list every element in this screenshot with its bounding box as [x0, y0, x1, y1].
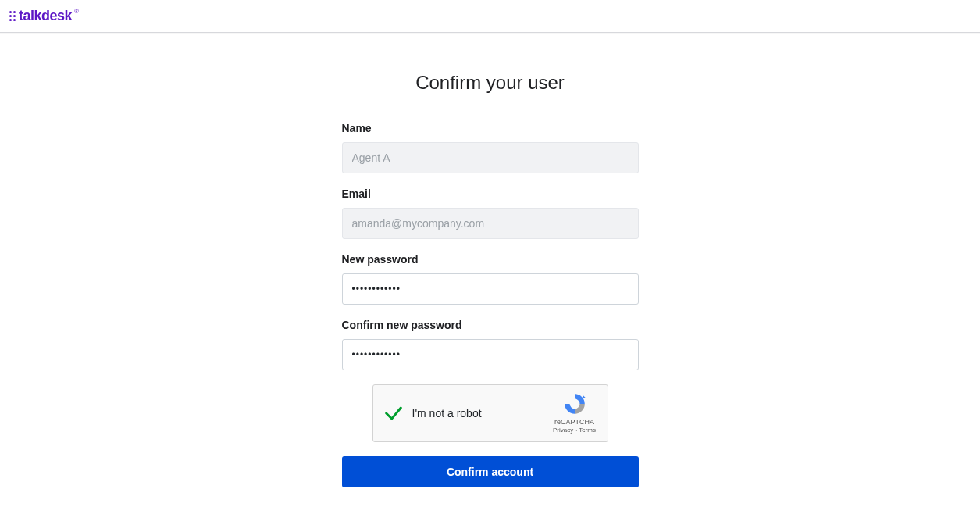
confirm-password-label: Confirm new password: [342, 319, 639, 331]
new-password-input[interactable]: [342, 273, 639, 305]
email-label: Email: [342, 187, 639, 200]
recaptcha-checkmark-icon: [383, 402, 404, 424]
name-label: Name: [342, 122, 639, 134]
email-input: [342, 208, 639, 239]
email-field-group: Email: [342, 187, 639, 239]
recaptcha-widget[interactable]: I'm not a robot reCAPTCHA Privacy - Term…: [372, 384, 608, 442]
recaptcha-label: I'm not a robot: [412, 407, 482, 420]
logo-dots-icon: [9, 11, 16, 21]
confirm-user-form: Name Email New password Confirm new pass…: [342, 122, 639, 487]
app-header: talkdesk ®: [0, 0, 980, 33]
new-password-field-group: New password: [342, 253, 639, 305]
new-password-label: New password: [342, 253, 639, 266]
talkdesk-logo: talkdesk ®: [9, 8, 79, 24]
name-field-group: Name: [342, 122, 639, 173]
page-title: Confirm your user: [415, 72, 565, 94]
confirm-account-button[interactable]: Confirm account: [342, 456, 639, 487]
confirm-password-field-group: Confirm new password: [342, 319, 639, 370]
main-content: Confirm your user Name Email New passwor…: [0, 33, 980, 487]
recaptcha-branding: reCAPTCHA Privacy - Terms: [551, 391, 598, 434]
logo-text: talkdesk: [19, 8, 72, 24]
confirm-password-input[interactable]: [342, 339, 639, 370]
recaptcha-brand-text: reCAPTCHA: [551, 418, 598, 427]
svg-marker-0: [583, 395, 586, 398]
recaptcha-terms-link[interactable]: Privacy - Terms: [551, 427, 598, 434]
recaptcha-logo-icon: [562, 391, 587, 416]
logo-registered-mark: ®: [74, 8, 79, 15]
name-input: [342, 142, 639, 173]
